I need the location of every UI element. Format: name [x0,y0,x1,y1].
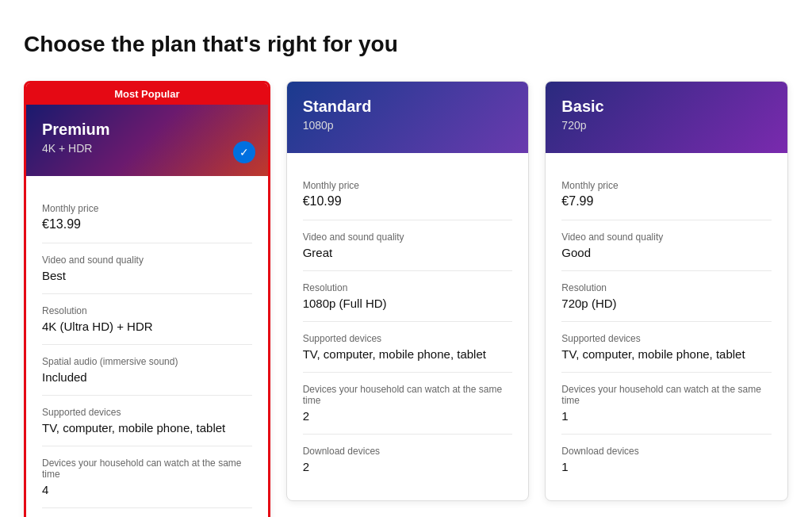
plan-resolution-premium: 4K + HDR [42,142,252,155]
selected-check-icon: ✓ [233,141,255,163]
row-label-premium-2: Resolution [42,305,252,316]
plans-container: Most PopularPremium4K + HDR✓Monthly pric… [24,81,788,517]
row-label-standard-1: Video and sound quality [303,232,513,243]
row-label-basic-4: Devices your household can watch at the … [561,384,772,406]
row-label-standard-5: Download devices [303,446,513,457]
plan-body-premium: Monthly price€13.99Video and sound quali… [26,176,268,517]
row-label-standard-0: Monthly price [303,180,513,191]
plan-row-basic-3: Supported devicesTV, computer, mobile ph… [561,322,772,373]
row-value-standard-5: 2 [303,460,513,473]
plan-row-standard-5: Download devices2 [303,435,513,484]
row-label-premium-5: Devices your household can watch at the … [42,458,252,480]
row-label-premium-0: Monthly price [42,203,252,214]
plan-row-premium-2: Resolution4K (Ultra HD) + HDR [42,294,252,345]
plan-name-premium: Premium [42,121,252,139]
plan-name-basic: Basic [561,98,772,116]
plan-body-basic: Monthly price€7.99Video and sound qualit… [546,153,787,500]
row-value-premium-1: Best [42,269,252,282]
plan-resolution-standard: 1080p [303,119,513,132]
page-title: Choose the plan that's right for you [24,32,788,57]
row-label-premium-3: Spatial audio (immersive sound) [42,356,252,367]
plan-row-basic-1: Video and sound qualityGood [561,220,772,271]
plan-header-standard: Standard1080p [287,82,529,153]
plan-row-standard-4: Devices your household can watch at the … [303,373,513,435]
row-label-standard-4: Devices your household can watch at the … [303,384,513,406]
plan-resolution-basic: 720p [561,119,772,132]
plan-card-premium[interactable]: Most PopularPremium4K + HDR✓Monthly pric… [24,81,270,517]
row-label-basic-1: Video and sound quality [561,232,772,243]
plan-header-basic: Basic720p [546,82,787,153]
row-value-basic-2: 720p (HD) [561,297,772,310]
row-value-basic-3: TV, computer, mobile phone, tablet [561,347,772,361]
row-label-basic-5: Download devices [561,446,772,457]
plan-row-premium-0: Monthly price€13.99 [42,192,252,243]
row-label-basic-0: Monthly price [561,180,772,191]
plan-card-standard[interactable]: Standard1080pMonthly price€10.99Video an… [286,81,530,501]
plan-row-basic-5: Download devices1 [561,435,772,484]
row-value-standard-4: 2 [303,409,513,423]
plan-row-basic-0: Monthly price€7.99 [561,169,772,220]
plan-name-standard: Standard [303,98,513,116]
row-value-basic-5: 1 [561,460,772,473]
row-value-standard-1: Great [303,246,513,259]
plan-row-standard-1: Video and sound qualityGreat [303,220,513,271]
row-label-premium-4: Supported devices [42,407,252,418]
plan-row-premium-3: Spatial audio (immersive sound)Included [42,345,252,396]
plan-row-standard-3: Supported devicesTV, computer, mobile ph… [303,322,513,373]
row-label-standard-2: Resolution [303,282,513,293]
row-value-standard-0: €10.99 [303,194,513,209]
plan-row-premium-5: Devices your household can watch at the … [42,446,252,508]
row-value-premium-3: Included [42,370,252,384]
row-label-basic-3: Supported devices [561,333,772,344]
plan-row-standard-0: Monthly price€10.99 [303,169,513,220]
row-value-premium-4: TV, computer, mobile phone, tablet [42,421,252,435]
row-label-standard-3: Supported devices [303,333,513,344]
row-value-standard-2: 1080p (Full HD) [303,297,513,310]
plan-row-premium-6: Download devices6 [42,508,252,517]
plan-row-standard-2: Resolution1080p (Full HD) [303,271,513,322]
row-value-premium-2: 4K (Ultra HD) + HDR [42,320,252,333]
row-value-basic-4: 1 [561,409,772,423]
row-label-basic-2: Resolution [561,282,772,293]
plan-row-basic-4: Devices your household can watch at the … [561,373,772,435]
most-popular-badge: Most Popular [26,83,268,105]
row-value-premium-0: €13.99 [42,217,252,232]
plan-row-premium-4: Supported devicesTV, computer, mobile ph… [42,396,252,446]
plan-row-premium-1: Video and sound qualityBest [42,243,252,294]
row-value-basic-1: Good [561,246,772,259]
plan-body-standard: Monthly price€10.99Video and sound quali… [287,153,529,500]
row-value-basic-0: €7.99 [561,194,772,209]
row-value-standard-3: TV, computer, mobile phone, tablet [303,347,513,361]
plan-card-basic[interactable]: Basic720pMonthly price€7.99Video and sou… [545,81,788,501]
plan-header-premium: Premium4K + HDR✓ [26,105,268,176]
row-label-premium-1: Video and sound quality [42,255,252,266]
row-value-premium-5: 4 [42,483,252,496]
plan-row-basic-2: Resolution720p (HD) [561,271,772,322]
